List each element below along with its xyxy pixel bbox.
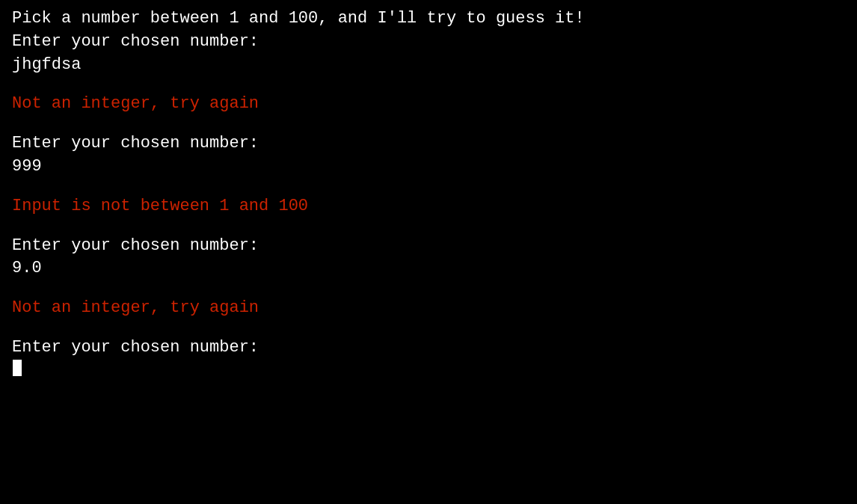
prompt-4: Enter your chosen number: [12,336,259,360]
user-input-1: jhgfdsa [12,54,845,77]
user-input-3: 9.0 [12,257,845,280]
spacer-5 [12,280,845,297]
user-input-2: 999 [12,156,845,179]
error-message-1: Not an integer, try again [12,93,845,116]
spacer-2 [12,116,845,132]
prompt-4-line: Enter your chosen number: [12,336,845,360]
active-input-line[interactable] [12,360,845,376]
prompt-2: Enter your chosen number: [12,132,845,156]
error-message-3: Not an integer, try again [12,297,845,320]
spacer-3 [12,179,845,195]
prompt-1: Enter your chosen number: [12,31,845,54]
terminal-output: Pick a number between 1 and 100, and I'l… [12,7,845,376]
prompt-3: Enter your chosen number: [12,235,845,258]
error-message-2: Input is not between 1 and 100 [12,195,845,218]
spacer-4 [12,218,845,235]
spacer-1 [12,76,845,93]
intro-line: Pick a number between 1 and 100, and I'l… [12,7,845,31]
cursor-blink [13,360,22,376]
spacer-6 [12,320,845,336]
